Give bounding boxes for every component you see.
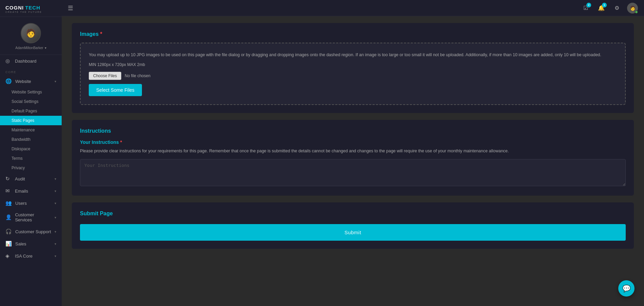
- audit-chevron-icon: ▾: [55, 177, 56, 181]
- profile-name[interactable]: AdamMiltonBarker ▾: [15, 46, 46, 50]
- sidebar-label-maintenance: Maintenance: [12, 128, 35, 132]
- sidebar-item-bandwidth[interactable]: Bandwidth: [0, 135, 62, 144]
- sidebar-item-emails[interactable]: ✉ Emails ▾: [0, 185, 62, 197]
- sidebar-item-terms[interactable]: Terms: [0, 154, 62, 163]
- logo-sub: CREATE THE FUTURE: [5, 11, 56, 13]
- isa-core-chevron-icon: ▾: [55, 254, 56, 258]
- instructions-card: Instructions Your Instructions * Please …: [72, 120, 634, 196]
- main-wrapper: ☰ ☑ 2 🔔 1 ⚙ 🧑 Images *: [62, 0, 644, 306]
- sidebar-item-social-settings[interactable]: Social Settings: [0, 97, 62, 106]
- sidebar-label-sales: Sales: [15, 241, 26, 246]
- online-status-badge: [635, 10, 638, 14]
- sidebar-label-emails: Emails: [15, 189, 28, 194]
- topbar-avatar[interactable]: 🧑: [627, 3, 638, 14]
- fab-icon: 💬: [622, 284, 631, 292]
- sidebar-item-default-pages[interactable]: Default Pages: [0, 106, 62, 116]
- file-input-row: Choose Files No file chosen: [89, 72, 617, 80]
- sidebar-item-static-pages[interactable]: Static Pages: [0, 116, 62, 125]
- sidebar-item-isa-core[interactable]: ◈ ISA Core ▾: [0, 250, 62, 262]
- customer-support-icon: 🎧: [5, 228, 12, 235]
- avatar: 🧑: [21, 23, 41, 43]
- sidebar-label-customer-support: Customer Support: [15, 229, 51, 234]
- users-chevron-icon: ▾: [55, 201, 56, 205]
- sidebar-label-terms: Terms: [12, 156, 23, 161]
- bell-button[interactable]: 🔔 1: [596, 3, 607, 14]
- sidebar: COGNITECH CREATE THE FUTURE 🧑 AdamMilton…: [0, 0, 62, 306]
- users-icon: 👥: [5, 200, 12, 206]
- instructions-label: Your Instructions *: [80, 139, 626, 145]
- tasks-button[interactable]: ☑ 2: [580, 3, 591, 14]
- images-drop-zone[interactable]: You may upload up to 10 JPG images to be…: [80, 43, 626, 105]
- dashboard-icon: ◎: [5, 58, 12, 64]
- logo-cogni: COGNI: [5, 5, 24, 10]
- gear-icon: ⚙: [615, 5, 619, 11]
- sidebar-item-sales[interactable]: 📊 Sales ▾: [0, 238, 62, 250]
- profile-name-text: AdamMiltonBarker: [15, 46, 43, 50]
- images-min-size-text: MIN 1280px x 720px MAX 2mb: [89, 62, 617, 67]
- sales-icon: 📊: [5, 241, 12, 247]
- images-title: Images *: [80, 31, 626, 37]
- submit-card: Submit Page Submit: [72, 202, 634, 249]
- logo-tech: TECH: [25, 5, 40, 10]
- website-chevron-icon: ▾: [55, 80, 56, 83]
- sidebar-item-privacy[interactable]: Privacy: [0, 163, 62, 173]
- images-drop-zone-description: You may upload up to 10 JPG images to be…: [89, 51, 617, 58]
- instructions-description: Please provide clear instructions for yo…: [80, 148, 626, 154]
- instructions-title: Instructions: [80, 128, 626, 134]
- audit-icon: ↻: [5, 176, 12, 182]
- tasks-badge: 2: [586, 3, 591, 7]
- sidebar-label-audit: Audit: [15, 176, 25, 181]
- content-area: Images * You may upload up to 10 JPG ima…: [62, 16, 644, 306]
- instructions-textarea[interactable]: [80, 159, 626, 186]
- logo: COGNITECH CREATE THE FUTURE: [0, 0, 62, 17]
- sidebar-item-diskspace[interactable]: Diskspace: [0, 144, 62, 154]
- customer-support-chevron-icon: ▾: [55, 230, 56, 234]
- sidebar-section-core: CORE: [0, 67, 62, 75]
- sidebar-item-dashboard[interactable]: ◎ Dashboard: [0, 55, 62, 67]
- images-card: Images * You may upload up to 10 JPG ima…: [72, 23, 634, 113]
- fab-button[interactable]: 💬: [618, 280, 635, 297]
- sidebar-label-bandwidth: Bandwidth: [12, 137, 30, 142]
- sidebar-item-website[interactable]: 🌐 Website ▾: [0, 75, 62, 87]
- sidebar-label-website: Website: [15, 79, 31, 84]
- sidebar-item-maintenance[interactable]: Maintenance: [0, 125, 62, 135]
- images-required-star: *: [100, 31, 102, 37]
- select-files-button[interactable]: Select Some Files: [89, 84, 142, 96]
- sidebar-item-users[interactable]: 👥 Users ▾: [0, 197, 62, 209]
- choose-files-button[interactable]: Choose Files: [89, 72, 121, 80]
- sidebar-label-website-settings: Website Settings: [12, 90, 42, 94]
- no-file-text: No file chosen: [125, 73, 150, 78]
- emails-icon: ✉: [5, 188, 12, 194]
- sidebar-label-users: Users: [15, 201, 27, 206]
- sidebar-label-isa-core: ISA Core: [15, 254, 33, 259]
- sales-chevron-icon: ▾: [55, 242, 56, 246]
- sidebar-label-social-settings: Social Settings: [12, 99, 38, 104]
- emails-chevron-icon: ▾: [55, 189, 56, 193]
- topbar-icons: ☑ 2 🔔 1 ⚙ 🧑: [580, 3, 638, 14]
- customer-services-icon: 👤: [5, 214, 12, 220]
- sidebar-item-customer-services[interactable]: 👤 Customer Services ▾: [0, 209, 62, 225]
- submit-title: Submit Page: [80, 211, 626, 217]
- sidebar-item-website-settings[interactable]: Website Settings: [0, 87, 62, 97]
- sidebar-profile: 🧑 AdamMiltonBarker ▾: [0, 17, 62, 55]
- profile-dropdown-icon: ▾: [45, 46, 46, 50]
- sidebar-label-diskspace: Diskspace: [12, 147, 30, 151]
- sidebar-label-customer-services: Customer Services: [15, 212, 51, 222]
- sidebar-label-static-pages: Static Pages: [12, 118, 34, 123]
- bell-badge: 1: [602, 3, 607, 7]
- customer-services-chevron-icon: ▾: [55, 216, 56, 219]
- sidebar-item-audit[interactable]: ↻ Audit ▾: [0, 173, 62, 185]
- instructions-required-star: *: [120, 139, 122, 145]
- submit-button[interactable]: Submit: [80, 224, 626, 241]
- isa-core-icon: ◈: [5, 253, 12, 259]
- website-icon: 🌐: [5, 78, 12, 84]
- topbar: ☰ ☑ 2 🔔 1 ⚙ 🧑: [62, 0, 644, 16]
- gear-button[interactable]: ⚙: [611, 3, 622, 14]
- sidebar-label-dashboard: Dashboard: [15, 59, 37, 64]
- sidebar-item-customer-support[interactable]: 🎧 Customer Support ▾: [0, 225, 62, 238]
- sidebar-label-privacy: Privacy: [12, 166, 25, 170]
- hamburger-icon[interactable]: ☰: [68, 4, 73, 12]
- sidebar-label-default-pages: Default Pages: [12, 109, 37, 113]
